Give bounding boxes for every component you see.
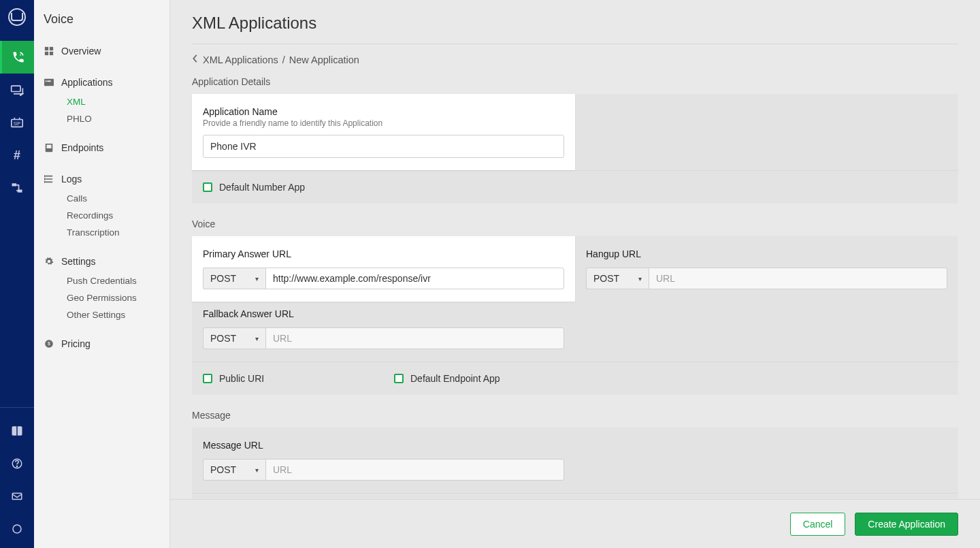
sidebar-subitem-geo-permissions[interactable]: Geo Permissions [67, 289, 169, 306]
nav-account[interactable] [0, 513, 34, 545]
label-message-url: Message URL [203, 440, 564, 451]
sidebar-subitem-calls[interactable]: Calls [67, 190, 169, 207]
sidebar-item-logs[interactable]: Logs [34, 168, 169, 190]
endpoints-icon [44, 142, 54, 153]
select-primary-method[interactable]: POST ▾ [203, 268, 265, 289]
sidebar-item-applications[interactable]: Applications [34, 71, 169, 93]
hash-icon: # [14, 149, 20, 161]
svg-rect-7 [12, 494, 22, 500]
label-primary-answer-url: Primary Answer URL [203, 248, 564, 259]
nav-messaging[interactable] [0, 74, 34, 106]
svg-point-8 [13, 525, 21, 533]
label-hangup-url: Hangup URL [586, 248, 947, 259]
section-message: Message [192, 410, 958, 421]
svg-point-18 [44, 176, 45, 177]
nav-voice[interactable] [0, 41, 34, 74]
sidebar-subitem-push-credentials[interactable]: Push Credentials [67, 272, 169, 289]
label-fallback-url: Fallback Answer URL [203, 308, 564, 319]
card-application-name: Application Name Provide a friendly name… [192, 94, 575, 170]
nav-help[interactable] [0, 447, 34, 480]
sidebar-item-settings[interactable]: Settings [34, 251, 169, 272]
sidebar-label: Settings [61, 256, 96, 267]
sip-icon: SIP [10, 116, 24, 129]
breadcrumb-root[interactable]: XML Applications [203, 54, 278, 65]
svg-rect-17 [47, 145, 52, 148]
sidebar-label: Endpoints [61, 142, 103, 153]
applications-icon [44, 77, 54, 88]
sidebar-label: Overview [61, 46, 101, 57]
select-message-method[interactable]: POST ▾ [203, 459, 265, 481]
checkbox-public-uri[interactable] [203, 374, 212, 383]
nav-sip[interactable]: SIP [0, 106, 34, 139]
input-message-url[interactable] [265, 459, 564, 481]
global-iconbar: SIP # [0, 0, 34, 548]
overview-icon [44, 46, 54, 57]
nav-numbers[interactable]: # [0, 139, 34, 172]
breadcrumb-current: New Application [289, 54, 359, 65]
help-application-name: Provide a friendly name to identify this… [203, 118, 564, 128]
sidebar-subitem-transcription[interactable]: Transcription [67, 224, 169, 241]
svg-rect-15 [47, 80, 50, 82]
svg-rect-0 [12, 86, 20, 91]
svg-point-20 [44, 181, 45, 182]
logs-icon [44, 174, 54, 184]
main: XML Applications XML Applications / New … [170, 0, 980, 548]
brand-logo [0, 0, 34, 34]
input-primary-answer-url[interactable] [265, 268, 564, 289]
chevron-left-icon[interactable] [192, 54, 199, 65]
checkbox-default-endpoint-app[interactable] [394, 374, 404, 383]
zentrunk-icon [10, 181, 24, 195]
select-hangup-method-value: POST [593, 273, 619, 284]
select-fallback-method-value: POST [210, 333, 236, 344]
sidebar-subitem-phlo[interactable]: PHLO [67, 110, 169, 127]
content-scroll[interactable]: XML Applications XML Applications / New … [170, 0, 980, 499]
sidebar-item-overview[interactable]: Overview [34, 40, 169, 62]
sidebar-subitem-recordings[interactable]: Recordings [67, 207, 169, 224]
card-fallback: Fallback Answer URL POST ▾ [192, 302, 575, 361]
chevron-down-icon: ▾ [255, 275, 259, 283]
label-default-endpoint-app: Default Endpoint App [410, 373, 500, 384]
card-hangup: Hangup URL POST ▾ [575, 236, 958, 302]
input-application-name[interactable] [203, 135, 564, 158]
chevron-down-icon: ▾ [638, 275, 642, 283]
select-hangup-method[interactable]: POST ▾ [586, 268, 649, 289]
svg-rect-11 [45, 52, 48, 55]
footer-bar: Cancel Create Application [170, 499, 980, 548]
sidebar-item-endpoints[interactable]: Endpoints [34, 137, 169, 159]
cancel-button[interactable]: Cancel [790, 513, 846, 536]
checkbox-default-number-app[interactable] [203, 182, 212, 192]
card-application-name-spacer [575, 94, 958, 170]
page-title: XML Applications [192, 14, 958, 44]
sidebar: Voice Overview Applications XML PHLO End… [34, 0, 170, 548]
sidebar-label: Logs [61, 174, 82, 184]
sidebar-subitem-other-settings[interactable]: Other Settings [67, 306, 169, 323]
svg-point-19 [44, 178, 45, 180]
sidebar-label: Pricing [61, 338, 91, 349]
nav-docs[interactable] [0, 415, 34, 447]
svg-point-6 [16, 466, 17, 467]
sidebar-subitem-xml[interactable]: XML [67, 93, 169, 110]
section-application-details: Application Details [192, 76, 958, 87]
input-fallback-url[interactable] [265, 327, 564, 349]
phone-icon [12, 50, 25, 64]
svg-rect-12 [50, 52, 53, 55]
input-hangup-url[interactable] [649, 268, 947, 289]
panel-message: Message URL POST ▾ Additional Settings [192, 428, 958, 499]
support-mail-icon [11, 491, 23, 502]
help-icon [11, 457, 23, 470]
sidebar-item-pricing[interactable]: $ Pricing [34, 333, 169, 355]
create-application-button[interactable]: Create Application [855, 513, 958, 536]
svg-rect-14 [46, 80, 47, 82]
select-fallback-method[interactable]: POST ▾ [203, 327, 265, 349]
sidebar-label: Applications [61, 77, 113, 88]
nav-zentrunk[interactable] [0, 172, 34, 204]
label-application-name: Application Name [203, 106, 564, 117]
select-message-method-value: POST [210, 464, 236, 475]
chevron-down-icon: ▾ [255, 335, 259, 342]
sidebar-title: Voice [34, 12, 169, 27]
label-public-uri: Public URI [219, 373, 264, 384]
breadcrumb-sep: / [282, 54, 285, 65]
nav-support[interactable] [0, 480, 34, 513]
panel-application-details: Application Name Provide a friendly name… [192, 94, 958, 204]
svg-text:$: $ [48, 341, 50, 346]
